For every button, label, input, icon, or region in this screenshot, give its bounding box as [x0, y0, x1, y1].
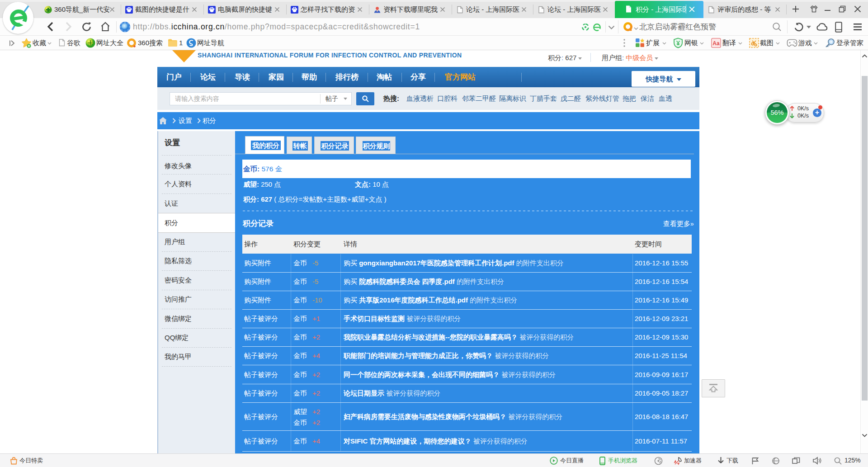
svg-text:Aa: Aa [712, 40, 720, 47]
